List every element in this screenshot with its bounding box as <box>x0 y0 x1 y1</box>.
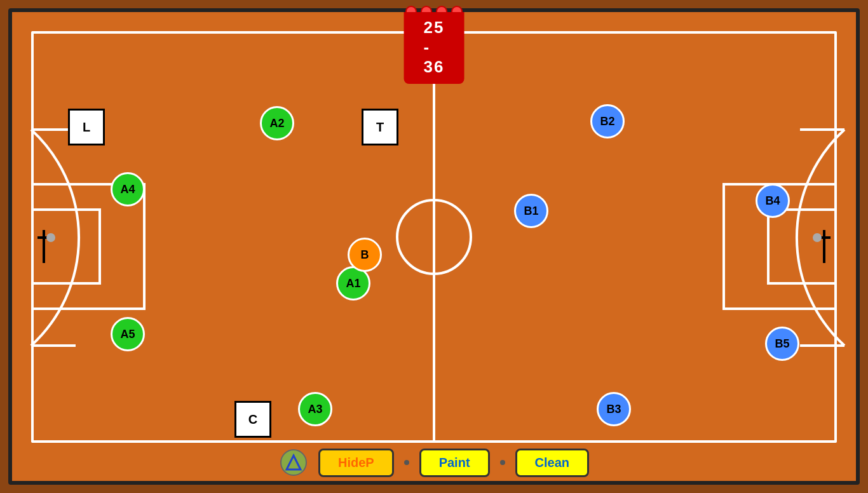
player-B2[interactable]: B2 <box>590 104 625 138</box>
center-circle <box>396 199 472 275</box>
toolbar: HideP Paint Clean <box>12 444 856 481</box>
player-B4[interactable]: B4 <box>756 184 790 218</box>
hide-p-button[interactable]: HideP <box>318 449 394 477</box>
player-B[interactable]: B <box>348 238 382 272</box>
clean-button[interactable]: Clean <box>515 449 589 477</box>
token-T[interactable]: T <box>362 109 398 145</box>
paint-button[interactable]: Paint <box>419 449 490 477</box>
toolbar-dot-1 <box>404 460 409 465</box>
right-basket <box>813 233 822 242</box>
token-C[interactable]: C <box>234 401 271 438</box>
left-inner-lane <box>31 208 101 285</box>
player-A4[interactable]: A4 <box>111 172 145 206</box>
player-B3[interactable]: B3 <box>597 392 631 426</box>
left-basket <box>46 233 55 242</box>
player-B5[interactable]: B5 <box>765 327 799 361</box>
right-backboard <box>823 230 825 263</box>
token-L[interactable]: L <box>68 109 105 145</box>
player-A2[interactable]: A2 <box>260 106 294 140</box>
player-A5[interactable]: A5 <box>111 317 145 351</box>
score-display: 25 - 36 <box>404 12 465 84</box>
toolbar-dot-2 <box>500 460 505 465</box>
player-B1[interactable]: B1 <box>514 194 548 228</box>
logo-icon[interactable] <box>279 448 308 477</box>
court-container: 25 - 36 L T C A1 <box>8 8 860 485</box>
left-backboard <box>43 230 45 263</box>
right-inner-lane <box>767 208 837 285</box>
player-A3[interactable]: A3 <box>298 392 332 426</box>
